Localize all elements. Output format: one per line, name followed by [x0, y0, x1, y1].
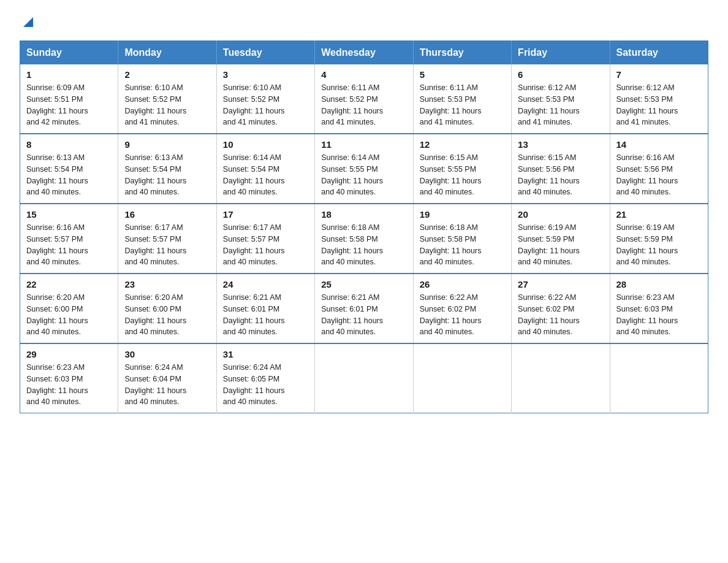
calendar-week-3: 15 Sunrise: 6:16 AM Sunset: 5:57 PM Dayl… [20, 204, 708, 274]
day-number: 22 [26, 279, 112, 289]
day-number: 18 [321, 209, 406, 220]
calendar-cell: 20 Sunrise: 6:19 AM Sunset: 5:59 PM Dayl… [512, 204, 610, 274]
day-number: 17 [223, 209, 308, 220]
day-number: 5 [420, 69, 505, 80]
day-number: 20 [518, 209, 603, 220]
calendar-cell: 13 Sunrise: 6:15 AM Sunset: 5:56 PM Dayl… [512, 134, 610, 204]
calendar-table: SundayMondayTuesdayWednesdayThursdayFrid… [20, 40, 708, 413]
svg-marker-0 [23, 17, 33, 27]
day-number: 6 [518, 69, 603, 80]
day-number: 12 [420, 139, 505, 150]
day-number: 10 [223, 139, 308, 150]
calendar-cell: 11 Sunrise: 6:14 AM Sunset: 5:55 PM Dayl… [315, 134, 413, 204]
day-info: Sunrise: 6:24 AM Sunset: 6:05 PM Dayligh… [223, 362, 308, 408]
day-info: Sunrise: 6:24 AM Sunset: 6:04 PM Dayligh… [124, 362, 210, 408]
calendar-cell: 6 Sunrise: 6:12 AM Sunset: 5:53 PM Dayli… [512, 64, 610, 134]
day-number: 4 [321, 69, 406, 80]
day-info: Sunrise: 6:10 AM Sunset: 5:52 PM Dayligh… [223, 82, 308, 128]
calendar-cell: 27 Sunrise: 6:22 AM Sunset: 6:02 PM Dayl… [512, 274, 610, 343]
day-info: Sunrise: 6:17 AM Sunset: 5:57 PM Dayligh… [223, 222, 308, 268]
calendar-cell: 26 Sunrise: 6:22 AM Sunset: 6:02 PM Dayl… [413, 274, 511, 343]
calendar-body: 1 Sunrise: 6:09 AM Sunset: 5:51 PM Dayli… [20, 64, 708, 413]
calendar-cell [413, 343, 511, 413]
day-info: Sunrise: 6:15 AM Sunset: 5:55 PM Dayligh… [420, 152, 505, 198]
day-number: 9 [124, 139, 210, 150]
day-info: Sunrise: 6:13 AM Sunset: 5:54 PM Dayligh… [26, 152, 112, 198]
day-number: 8 [26, 139, 112, 150]
calendar-week-5: 29 Sunrise: 6:23 AM Sunset: 6:03 PM Dayl… [20, 343, 708, 413]
day-number: 21 [616, 209, 702, 220]
calendar-cell: 29 Sunrise: 6:23 AM Sunset: 6:03 PM Dayl… [20, 343, 118, 413]
logo-triangle-icon [21, 15, 34, 28]
day-info: Sunrise: 6:23 AM Sunset: 6:03 PM Dayligh… [616, 292, 702, 338]
logo [20, 15, 34, 28]
day-number: 24 [223, 279, 308, 289]
day-info: Sunrise: 6:15 AM Sunset: 5:56 PM Dayligh… [518, 152, 603, 198]
day-info: Sunrise: 6:23 AM Sunset: 6:03 PM Dayligh… [26, 362, 112, 408]
day-info: Sunrise: 6:21 AM Sunset: 6:01 PM Dayligh… [223, 292, 308, 338]
column-header-thursday: Thursday [413, 41, 511, 65]
day-info: Sunrise: 6:20 AM Sunset: 6:00 PM Dayligh… [26, 292, 112, 338]
calendar-cell: 15 Sunrise: 6:16 AM Sunset: 5:57 PM Dayl… [20, 204, 118, 274]
calendar-cell: 17 Sunrise: 6:17 AM Sunset: 5:57 PM Dayl… [216, 204, 314, 274]
day-number: 29 [26, 349, 112, 359]
calendar-week-4: 22 Sunrise: 6:20 AM Sunset: 6:00 PM Dayl… [20, 274, 708, 343]
day-number: 26 [420, 279, 505, 289]
calendar-week-2: 8 Sunrise: 6:13 AM Sunset: 5:54 PM Dayli… [20, 134, 708, 204]
day-info: Sunrise: 6:12 AM Sunset: 5:53 PM Dayligh… [616, 82, 702, 128]
day-info: Sunrise: 6:18 AM Sunset: 5:58 PM Dayligh… [321, 222, 406, 268]
calendar-cell: 18 Sunrise: 6:18 AM Sunset: 5:58 PM Dayl… [315, 204, 413, 274]
day-info: Sunrise: 6:09 AM Sunset: 5:51 PM Dayligh… [26, 82, 112, 128]
day-number: 16 [124, 209, 210, 220]
day-number: 31 [223, 349, 308, 359]
day-info: Sunrise: 6:14 AM Sunset: 5:55 PM Dayligh… [321, 152, 406, 198]
calendar-cell: 21 Sunrise: 6:19 AM Sunset: 5:59 PM Dayl… [610, 204, 708, 274]
calendar-cell: 24 Sunrise: 6:21 AM Sunset: 6:01 PM Dayl… [216, 274, 314, 343]
day-number: 19 [420, 209, 505, 220]
day-info: Sunrise: 6:18 AM Sunset: 5:58 PM Dayligh… [420, 222, 505, 268]
calendar-cell: 12 Sunrise: 6:15 AM Sunset: 5:55 PM Dayl… [413, 134, 511, 204]
day-info: Sunrise: 6:11 AM Sunset: 5:53 PM Dayligh… [420, 82, 505, 128]
day-info: Sunrise: 6:14 AM Sunset: 5:54 PM Dayligh… [223, 152, 308, 198]
day-info: Sunrise: 6:21 AM Sunset: 6:01 PM Dayligh… [321, 292, 406, 338]
calendar-cell: 5 Sunrise: 6:11 AM Sunset: 5:53 PM Dayli… [413, 64, 511, 134]
day-info: Sunrise: 6:16 AM Sunset: 5:56 PM Dayligh… [616, 152, 702, 198]
column-header-wednesday: Wednesday [315, 41, 413, 65]
calendar-week-1: 1 Sunrise: 6:09 AM Sunset: 5:51 PM Dayli… [20, 64, 708, 134]
day-info: Sunrise: 6:19 AM Sunset: 5:59 PM Dayligh… [518, 222, 603, 268]
calendar-cell: 28 Sunrise: 6:23 AM Sunset: 6:03 PM Dayl… [610, 274, 708, 343]
calendar-cell [512, 343, 610, 413]
calendar-cell: 2 Sunrise: 6:10 AM Sunset: 5:52 PM Dayli… [118, 64, 216, 134]
page-header [20, 15, 708, 28]
day-number: 3 [223, 69, 308, 80]
calendar-cell: 16 Sunrise: 6:17 AM Sunset: 5:57 PM Dayl… [118, 204, 216, 274]
day-number: 2 [124, 69, 210, 80]
day-number: 14 [616, 139, 702, 150]
day-number: 27 [518, 279, 603, 289]
calendar-cell: 23 Sunrise: 6:20 AM Sunset: 6:00 PM Dayl… [118, 274, 216, 343]
day-number: 1 [26, 69, 112, 80]
calendar-cell: 22 Sunrise: 6:20 AM Sunset: 6:00 PM Dayl… [20, 274, 118, 343]
column-header-sunday: Sunday [20, 41, 118, 65]
day-number: 30 [124, 349, 210, 359]
calendar-cell: 1 Sunrise: 6:09 AM Sunset: 5:51 PM Dayli… [20, 64, 118, 134]
day-info: Sunrise: 6:19 AM Sunset: 5:59 PM Dayligh… [616, 222, 702, 268]
column-header-saturday: Saturday [610, 41, 708, 65]
day-number: 13 [518, 139, 603, 150]
calendar-header: SundayMondayTuesdayWednesdayThursdayFrid… [20, 41, 708, 65]
calendar-cell [315, 343, 413, 413]
day-number: 7 [616, 69, 702, 80]
calendar-cell: 7 Sunrise: 6:12 AM Sunset: 5:53 PM Dayli… [610, 64, 708, 134]
day-info: Sunrise: 6:16 AM Sunset: 5:57 PM Dayligh… [26, 222, 112, 268]
column-header-monday: Monday [118, 41, 216, 65]
day-info: Sunrise: 6:11 AM Sunset: 5:52 PM Dayligh… [321, 82, 406, 128]
calendar-cell: 31 Sunrise: 6:24 AM Sunset: 6:05 PM Dayl… [216, 343, 314, 413]
calendar-cell: 10 Sunrise: 6:14 AM Sunset: 5:54 PM Dayl… [216, 134, 314, 204]
day-number: 23 [124, 279, 210, 289]
day-info: Sunrise: 6:17 AM Sunset: 5:57 PM Dayligh… [124, 222, 210, 268]
day-number: 28 [616, 279, 702, 289]
header-row: SundayMondayTuesdayWednesdayThursdayFrid… [20, 41, 708, 65]
day-info: Sunrise: 6:13 AM Sunset: 5:54 PM Dayligh… [124, 152, 210, 198]
calendar-cell [610, 343, 708, 413]
day-info: Sunrise: 6:22 AM Sunset: 6:02 PM Dayligh… [420, 292, 505, 338]
